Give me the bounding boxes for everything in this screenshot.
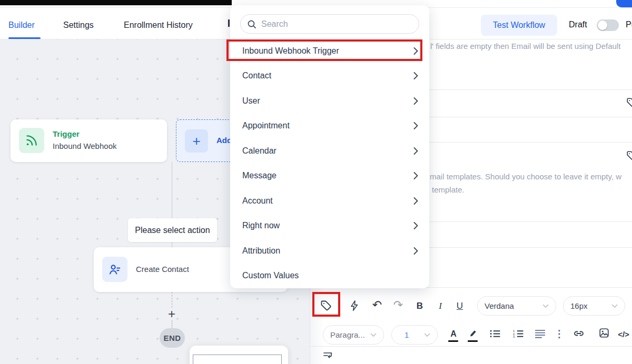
dropdown-search[interactable] — [240, 14, 419, 34]
chevron-right-icon — [413, 222, 418, 229]
paragraph-style-value: Paragra... — [330, 330, 365, 339]
editor-helper-text: l' fields are empty then Email will be s… — [430, 42, 620, 50]
trigger-card-title: Trigger — [53, 129, 80, 138]
italic-button[interactable]: I — [434, 298, 446, 313]
toolbar-divider — [310, 346, 632, 347]
code-view-button[interactable]: </> — [616, 328, 631, 340]
publish-label: Pu — [626, 20, 632, 29]
toggle-knob — [598, 21, 607, 30]
chevron-right-icon — [413, 122, 418, 129]
trigger-links-button[interactable] — [347, 298, 362, 314]
create-contact-icon — [102, 257, 127, 282]
menu-item-label: Attribution — [242, 246, 280, 256]
connector-line — [172, 162, 172, 218]
align-icon — [535, 329, 546, 338]
menu-item-custom-values[interactable]: Custom Values — [230, 264, 429, 289]
numbered-list-icon: 1.2.3. — [513, 329, 524, 338]
action-card-label: Create Contact — [136, 265, 189, 274]
bullet-list-icon — [490, 329, 501, 338]
highlight-color-bar — [468, 340, 478, 342]
text-color-button[interactable]: A — [448, 328, 459, 340]
end-badge: END — [160, 328, 185, 348]
menu-item-right-now[interactable]: Right now — [230, 214, 429, 239]
dropdown-menu: Inbound Webhook Trigger Contact User App… — [230, 38, 429, 288]
menu-item-label: Message — [242, 171, 276, 180]
annotation-box-tag-button — [312, 292, 340, 317]
chevron-right-icon — [413, 172, 418, 179]
menu-item-label: Appointment — [242, 121, 290, 130]
menu-item-label: Calendar — [242, 146, 276, 156]
chevron-down-icon — [370, 333, 377, 337]
editor-helper-text: mail templates. Should you choose to lea… — [430, 172, 621, 181]
add-step-button[interactable]: + — [168, 307, 175, 321]
add-trigger-label: Add — [216, 136, 232, 145]
top-right-blue-button-fragment[interactable] — [616, 0, 632, 7]
connector-dashed-line — [172, 320, 172, 328]
menu-item-attribution[interactable]: Attribution — [230, 238, 429, 264]
bottom-popup-field[interactable] — [193, 355, 282, 364]
menu-item-contact[interactable]: Contact — [230, 64, 429, 89]
bottom-popup-card — [190, 346, 288, 364]
trigger-card-subtitle: Inbound Webhook — [53, 141, 117, 150]
annotation-box-inbound-webhook-trigger — [226, 39, 422, 61]
menu-item-label: Account — [242, 196, 273, 206]
font-family-select[interactable]: Verdana — [477, 296, 556, 316]
line-height-value: 1 — [404, 330, 409, 339]
menu-item-label: User — [242, 96, 260, 106]
connector-dashed-line — [172, 292, 172, 308]
lightning-icon — [349, 299, 360, 312]
paragraph-style-select[interactable]: Paragra... — [323, 325, 384, 345]
workflow-builder-screen: + END Trigger Inbound Webhook + Add Plea… — [0, 0, 632, 364]
active-tab-underline — [8, 37, 41, 39]
link-icon — [572, 327, 585, 340]
action-prompt: Please select action — [128, 218, 217, 242]
field-tag-icon[interactable] — [625, 149, 632, 162]
chevron-right-icon — [413, 147, 418, 155]
text-color-bar — [448, 340, 458, 342]
tab-builder[interactable]: Builder — [8, 21, 35, 30]
partial-tab-letter — [228, 19, 230, 27]
svg-text:3.: 3. — [513, 335, 516, 338]
font-size-select[interactable]: 16px — [563, 296, 625, 316]
align-button[interactable] — [534, 328, 546, 339]
menu-item-calendar[interactable]: Calendar — [230, 138, 429, 164]
chevron-right-icon — [413, 197, 418, 205]
image-icon — [598, 327, 610, 339]
line-break-button[interactable] — [322, 349, 334, 361]
search-input[interactable] — [261, 19, 412, 29]
menu-item-appointment[interactable]: Appointment — [230, 114, 429, 139]
insert-image-button[interactable] — [598, 327, 610, 339]
highlight-color-button[interactable] — [467, 327, 479, 339]
tab-enrollment-history[interactable]: Enrollment History — [124, 21, 193, 30]
chevron-right-icon — [413, 72, 418, 79]
insert-link-button[interactable] — [572, 327, 586, 340]
chevron-down-icon — [542, 304, 549, 308]
chevron-right-icon — [413, 97, 418, 105]
tab-settings[interactable]: Settings — [63, 21, 94, 30]
line-height-select[interactable]: 1 — [391, 325, 438, 345]
menu-item-label: Contact — [242, 71, 271, 80]
editor-helper-text: template. — [432, 185, 465, 194]
plus-icon: + — [185, 129, 208, 153]
menu-item-label: Custom Values — [242, 271, 299, 280]
test-workflow-button[interactable]: Test Workflow — [481, 15, 557, 36]
webhook-icon — [19, 128, 44, 153]
bold-button[interactable]: B — [413, 298, 426, 313]
publish-toggle[interactable] — [597, 19, 619, 31]
numbered-list-button[interactable]: 1.2.3. — [512, 328, 525, 339]
underline-button[interactable]: U — [453, 298, 466, 313]
menu-item-user[interactable]: User — [230, 88, 429, 114]
menu-item-account[interactable]: Account — [230, 188, 429, 214]
menu-item-message[interactable]: Message — [230, 164, 429, 189]
more-options-button[interactable]: ⋮ — [555, 327, 564, 340]
search-icon — [247, 19, 256, 29]
font-size-value: 16px — [570, 301, 588, 310]
undo-button[interactable]: ↶ — [370, 297, 384, 313]
trigger-node-card[interactable]: Trigger Inbound Webhook — [11, 119, 167, 162]
chevron-right-icon — [413, 247, 418, 255]
bullet-list-button[interactable] — [489, 328, 501, 339]
chevron-down-icon — [424, 333, 430, 337]
field-tag-icon[interactable] — [625, 96, 632, 109]
font-family-value: Verdana — [485, 301, 514, 310]
redo-button[interactable]: ↷ — [391, 297, 406, 313]
